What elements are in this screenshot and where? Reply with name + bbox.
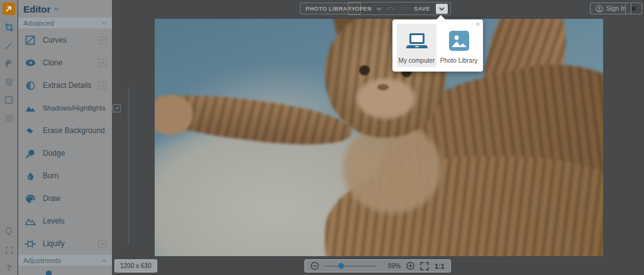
sidebar-scrollbar[interactable] bbox=[128, 88, 130, 245]
chevron-down-icon bbox=[53, 7, 59, 11]
popup-close-icon[interactable]: × bbox=[476, 20, 480, 28]
tool-item-levels[interactable]: Levels bbox=[18, 210, 112, 232]
canvas-size-value: 1200 x 630 bbox=[120, 262, 152, 269]
tool-category-strip: ? bbox=[0, 0, 18, 275]
tool-label: Curves bbox=[43, 36, 91, 45]
tool-item-erase-background[interactable]: Erase Background bbox=[18, 119, 112, 142]
liquify-icon bbox=[25, 240, 36, 248]
draw-icon bbox=[25, 194, 36, 203]
save-option-label: Photo Library bbox=[440, 57, 477, 64]
save-option-label: My computer bbox=[399, 57, 435, 64]
actual-size-button[interactable]: 1:1 bbox=[435, 262, 445, 270]
magic-wand-icon[interactable] bbox=[0, 38, 18, 53]
dodge-icon bbox=[25, 149, 36, 158]
tool-item-shadows-highlights[interactable]: Shadows/Hightlights bbox=[18, 97, 112, 119]
tool-label: Burn bbox=[43, 171, 106, 180]
laptop-icon bbox=[405, 24, 429, 57]
save-destination-popup: My computer Photo Library × bbox=[392, 19, 483, 72]
close-icon: × bbox=[631, 4, 636, 13]
tool-label: Shadows/Hightlights bbox=[43, 104, 106, 112]
sign-in-label: Sign In bbox=[606, 5, 626, 12]
close-editor-button[interactable]: × bbox=[625, 3, 642, 14]
tool-sidebar: Editor Advanced Curves Clone Extract Det… bbox=[18, 0, 112, 275]
zoom-controls: 89% 1:1 bbox=[304, 259, 451, 272]
cat-nose bbox=[377, 84, 389, 90]
pro-badge-icon bbox=[98, 36, 106, 45]
app-logo-icon[interactable] bbox=[3, 3, 15, 15]
pro-badge-icon bbox=[113, 104, 121, 112]
clone-icon bbox=[25, 58, 36, 67]
photo-image-icon bbox=[448, 24, 470, 57]
tool-item-extract-details[interactable]: Extract Details bbox=[18, 74, 112, 97]
shadows-highlights-icon bbox=[25, 104, 36, 112]
cat-eye bbox=[359, 65, 370, 75]
zoom-in-icon[interactable] bbox=[406, 262, 414, 270]
curves-icon bbox=[25, 35, 36, 45]
tips-lightbulb-icon[interactable] bbox=[0, 224, 18, 239]
tool-item-draw[interactable]: Draw bbox=[18, 187, 112, 210]
file-actions-group: OPEN SAVE bbox=[348, 2, 451, 15]
tool-label: Erase Background bbox=[43, 126, 106, 135]
section-label: Adjustments bbox=[23, 257, 62, 264]
zoom-slider-handle[interactable] bbox=[338, 263, 344, 269]
zoom-percent-value: 89% bbox=[388, 262, 401, 269]
canvas-size-badge: 1200 x 630 bbox=[114, 259, 157, 272]
editor-menu[interactable]: Editor bbox=[18, 0, 112, 18]
pro-badge-icon bbox=[98, 59, 106, 67]
save-option-photo-library[interactable]: Photo Library bbox=[439, 24, 479, 67]
tool-item-dodge[interactable]: Dodge bbox=[18, 142, 112, 164]
partial-tool-icon bbox=[46, 271, 52, 275]
erase-background-icon bbox=[25, 127, 36, 135]
frame-icon[interactable] bbox=[0, 92, 18, 107]
fit-screen-icon[interactable] bbox=[420, 262, 429, 271]
save-chevron-button[interactable] bbox=[436, 4, 448, 14]
open-button[interactable]: OPEN bbox=[355, 6, 372, 12]
layers-icon[interactable] bbox=[0, 74, 18, 89]
help-icon[interactable]: ? bbox=[0, 260, 18, 275]
section-label: Advanced bbox=[23, 19, 54, 27]
texture-icon[interactable] bbox=[0, 111, 18, 126]
canvas-photo[interactable] bbox=[155, 19, 603, 256]
extract-details-icon bbox=[25, 81, 36, 90]
tool-label: Liquify bbox=[43, 239, 91, 248]
photo-editor-app: ? Editor Advanced Curves Clone Extract D… bbox=[0, 0, 644, 275]
redo-icon[interactable] bbox=[401, 6, 409, 12]
open-chevron-icon[interactable] bbox=[376, 7, 382, 11]
editor-title: Editor bbox=[23, 4, 50, 14]
section-header-advanced[interactable]: Advanced bbox=[18, 18, 112, 28]
pro-badge-icon bbox=[98, 82, 106, 90]
user-avatar-icon bbox=[596, 5, 603, 13]
tool-label: Extract Details bbox=[43, 81, 91, 90]
tool-item-curves[interactable]: Curves bbox=[18, 29, 112, 51]
zoom-out-icon[interactable] bbox=[311, 262, 319, 270]
beauty-icon[interactable] bbox=[0, 56, 18, 71]
section-header-adjustments[interactable]: Adjustments bbox=[18, 255, 112, 266]
save-option-my-computer[interactable]: My computer bbox=[397, 24, 436, 67]
tool-item-clone[interactable]: Clone bbox=[18, 51, 112, 74]
zoom-slider[interactable] bbox=[325, 266, 376, 267]
levels-icon bbox=[25, 217, 36, 225]
undo-icon[interactable] bbox=[387, 6, 395, 12]
tool-label: Draw bbox=[43, 194, 106, 203]
crop-icon[interactable] bbox=[0, 19, 18, 35]
save-button[interactable]: SAVE bbox=[414, 6, 430, 12]
tool-label: Clone bbox=[43, 58, 91, 67]
fullscreen-expand-icon[interactable] bbox=[0, 242, 18, 257]
tool-item-liquify[interactable]: Liquify bbox=[18, 232, 112, 255]
burn-icon bbox=[25, 171, 36, 181]
chevron-down-icon bbox=[101, 21, 107, 25]
tool-item-burn[interactable]: Burn bbox=[18, 164, 112, 187]
pro-badge-icon bbox=[98, 240, 106, 248]
chevron-down-icon bbox=[101, 259, 107, 262]
tool-label: Levels bbox=[43, 217, 106, 225]
tool-label: Dodge bbox=[43, 149, 106, 158]
